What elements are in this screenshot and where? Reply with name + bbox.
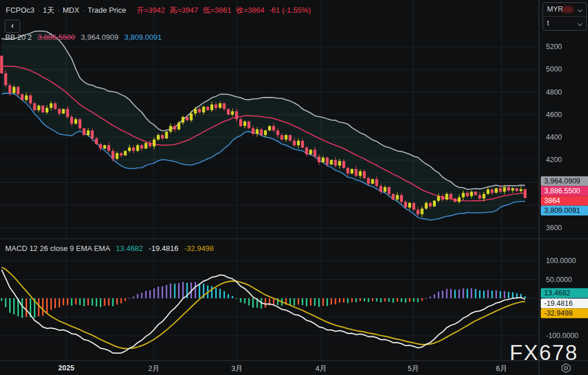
- back-button[interactable]: ‹: [5, 20, 20, 33]
- red-badge: [563, 6, 573, 13]
- time-axis-label: 5月: [408, 364, 419, 374]
- trading-chart-app: FCPOc3·1天·MDX·Trade Price开=3942高=3947低=3…: [0, 0, 588, 375]
- macd-axis-tick: -100.0000: [546, 332, 578, 340]
- settings-icon[interactable]: [560, 363, 572, 373]
- price-pinned-label: 3,964.0909: [541, 177, 588, 186]
- unit-label: t: [547, 19, 549, 27]
- chart-canvas[interactable]: [0, 0, 588, 375]
- time-axis-label: 6月: [496, 364, 507, 374]
- chevron-down-icon: [578, 8, 582, 12]
- time-axis-label: 4月: [315, 364, 326, 374]
- price-pinned-label: 3864: [541, 196, 588, 206]
- axis-settings-box: MYR t: [542, 2, 587, 31]
- back-icon: ‹: [11, 21, 14, 30]
- price-pinned-label: 3,886.5500: [541, 186, 588, 196]
- macd-pinned-label: -19.4816: [541, 298, 588, 308]
- macd-pinned-label: -32.9498: [541, 308, 588, 318]
- price-axis-tick: 4200: [546, 156, 562, 164]
- symbol-title[interactable]: FCPOc3: [6, 6, 35, 14]
- price-pinned-label: 3,809.0091: [541, 206, 588, 216]
- macd-axis-tick: 50.0000: [546, 276, 572, 284]
- time-axis-label: 2月: [148, 364, 159, 374]
- currency-label: MYR: [547, 5, 563, 13]
- price-axis-tick: 4800: [546, 88, 562, 96]
- price-axis-tick: 5000: [546, 65, 562, 73]
- macd-indicator-label[interactable]: MACD 12 26 close 9 EMA EMA: [5, 244, 110, 253]
- price-axis-tick: 4600: [546, 111, 562, 119]
- price-axis-tick: 5200: [546, 43, 562, 51]
- interval-label[interactable]: 1天: [43, 6, 54, 14]
- chevron-down-icon: [578, 22, 582, 26]
- bb-indicator-label[interactable]: BB 20 2: [5, 33, 32, 42]
- price-axis-tick: 3600: [546, 224, 562, 232]
- time-axis-label: 2025: [58, 364, 74, 372]
- unit-dropdown[interactable]: t: [543, 16, 586, 30]
- macd-axis-tick: 100.0000: [546, 257, 576, 265]
- currency-dropdown[interactable]: MYR: [543, 3, 586, 16]
- macd-pinned-label: 13.4682: [541, 288, 588, 298]
- price-axis-tick: 4400: [546, 133, 562, 141]
- time-axis-label: 3月: [231, 364, 242, 374]
